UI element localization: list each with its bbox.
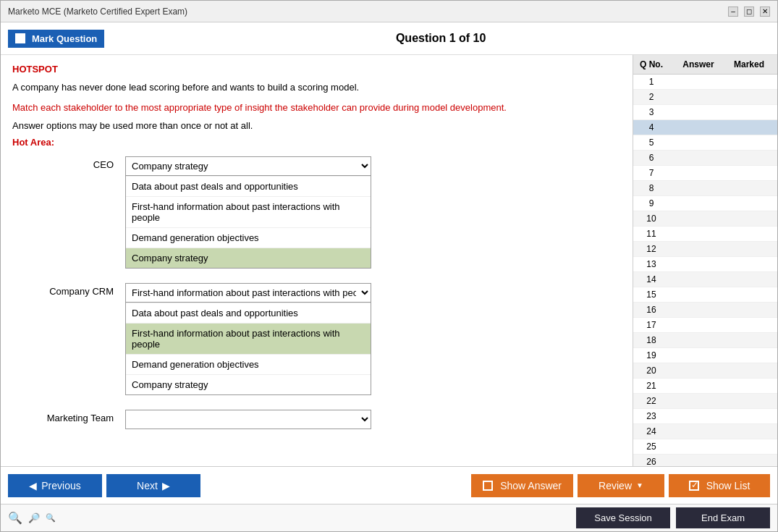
ceo-option-3[interactable]: Demand generation objectives [126, 227, 371, 248]
save-session-button[interactable]: Save Session [576, 507, 670, 528]
sidebar-cell-marked [727, 409, 771, 423]
sidebar-cell-qno: 26 [633, 455, 669, 466]
sidebar-cell-answer [669, 379, 727, 393]
sidebar-cell-qno: 22 [633, 394, 669, 408]
title-bar: Marketo MCE (Marketo Certified Expert Ex… [1, 1, 777, 22]
sidebar-row[interactable]: 23 [633, 409, 777, 424]
sidebar-row[interactable]: 5 [633, 135, 777, 151]
hotspot-row-crm: Company CRM Data about past deals and op… [34, 283, 621, 395]
sidebar-row[interactable]: 18 [633, 333, 777, 348]
zoom-in-icon[interactable]: 🔍 [46, 513, 56, 523]
sidebar-cell-answer [669, 272, 727, 287]
sidebar-cell-answer [669, 242, 727, 256]
sidebar-scroll[interactable]: 1 2 3 4 5 6 7 8 [633, 75, 777, 466]
crm-option-3[interactable]: Demand generation objectives [126, 354, 371, 374]
main-area: HOTSPOT A company has never done lead sc… [1, 55, 777, 466]
sidebar-row[interactable]: 12 [633, 242, 777, 257]
question-note: Answer options may be used more than onc… [12, 120, 621, 131]
sidebar-cell-answer [669, 409, 727, 423]
sidebar-cell-qno: 10 [633, 211, 669, 226]
ceo-select[interactable]: Data about past deals and opportunities … [125, 156, 371, 176]
sidebar-cell-marked [727, 379, 771, 393]
sidebar-row[interactable]: 10 [633, 211, 777, 227]
next-chevron-icon: ▶ [162, 480, 170, 491]
mark-question-button[interactable]: Mark Question [8, 30, 104, 48]
sidebar-cell-qno: 4 [633, 120, 669, 135]
window-controls: – ◻ ✕ [728, 7, 770, 17]
sidebar-row[interactable]: 1 [633, 75, 777, 90]
sidebar-cell-answer [669, 120, 727, 135]
sidebar-row[interactable]: 22 [633, 394, 777, 409]
sidebar-cell-answer [669, 105, 727, 119]
show-answer-button[interactable]: Show Answer [471, 474, 573, 497]
crm-options-list: Data about past deals and opportunities … [125, 303, 371, 395]
review-dropdown-icon: ▼ [636, 481, 643, 489]
sidebar-cell-answer [669, 394, 727, 408]
previous-chevron-icon: ◀ [29, 480, 37, 491]
ceo-option-2[interactable]: First-hand information about past intera… [126, 196, 371, 227]
sidebar-cell-marked [727, 424, 771, 439]
mark-checkbox-icon [15, 33, 25, 43]
sidebar-cell-answer [669, 318, 727, 332]
sidebar-cell-marked [727, 166, 771, 180]
sidebar-row[interactable]: 17 [633, 318, 777, 333]
hotspot-table: CEO Data about past deals and opportunit… [34, 156, 621, 429]
show-answer-checkbox-icon [483, 481, 493, 491]
sidebar-row[interactable]: 19 [633, 348, 777, 363]
previous-button[interactable]: ◀ Previous [8, 474, 102, 497]
sidebar-row[interactable]: 13 [633, 257, 777, 272]
sidebar-cell-qno: 14 [633, 272, 669, 287]
review-button[interactable]: Review ▼ [578, 474, 664, 497]
ceo-option-1[interactable]: Data about past deals and opportunities [126, 176, 371, 196]
crm-option-4[interactable]: Company strategy [126, 374, 371, 394]
status-bar: 🔍 🔎 🔍 Save Session End Exam [1, 504, 777, 531]
sidebar-row[interactable]: 21 [633, 379, 777, 394]
sidebar-row[interactable]: 9 [633, 196, 777, 211]
window-title: Marketo MCE (Marketo Certified Expert Ex… [8, 7, 187, 17]
close-button[interactable]: ✕ [760, 7, 770, 17]
next-button[interactable]: Next ▶ [106, 474, 200, 497]
sidebar-cell-answer [669, 439, 727, 454]
sidebar-row[interactable]: 14 [633, 272, 777, 287]
sidebar-cell-answer [669, 363, 727, 378]
zoom-out-icon[interactable]: 🔍 [8, 511, 22, 525]
sidebar-cell-qno: 12 [633, 242, 669, 256]
ceo-dropdown-container: Data about past deals and opportunities … [125, 156, 371, 269]
sidebar-cell-answer [669, 257, 727, 271]
sidebar-row[interactable]: 3 [633, 105, 777, 120]
sidebar-cell-answer [669, 75, 727, 89]
sidebar-row[interactable]: 26 [633, 455, 777, 466]
sidebar-cell-answer [669, 90, 727, 104]
sidebar-cell-qno: 7 [633, 166, 669, 180]
sidebar-cell-marked [727, 257, 771, 271]
sidebar-row[interactable]: 8 [633, 181, 777, 196]
sidebar-row[interactable]: 7 [633, 166, 777, 181]
sidebar-row[interactable]: 15 [633, 287, 777, 303]
sidebar-row[interactable]: 24 [633, 424, 777, 439]
hotspot-row-marketing: Marketing Team Data about past deals and… [34, 410, 621, 429]
sidebar-cell-marked [727, 151, 771, 165]
marketing-select[interactable]: Data about past deals and opportunities … [125, 410, 371, 429]
sidebar-row[interactable]: 2 [633, 90, 777, 105]
sidebar-row[interactable]: 4 [633, 120, 777, 135]
sidebar-cell-marked [727, 363, 771, 378]
end-exam-button[interactable]: End Exam [676, 507, 770, 528]
sidebar-row[interactable]: 6 [633, 151, 777, 166]
sidebar-row[interactable]: 20 [633, 363, 777, 379]
sidebar-row[interactable]: 11 [633, 227, 777, 242]
show-list-button[interactable]: Show List [669, 474, 770, 497]
crm-option-2[interactable]: First-hand information about past intera… [126, 323, 371, 354]
zoom-reset-icon[interactable]: 🔎 [28, 512, 40, 523]
question-title: Question 1 of 10 [111, 32, 770, 45]
sidebar-cell-marked [727, 242, 771, 256]
sidebar-cell-qno: 25 [633, 439, 669, 454]
crm-option-1[interactable]: Data about past deals and opportunities [126, 303, 371, 323]
restore-button[interactable]: ◻ [744, 7, 754, 17]
crm-select[interactable]: Data about past deals and opportunities … [125, 283, 371, 303]
sidebar-row[interactable]: 16 [633, 303, 777, 318]
minimize-button[interactable]: – [728, 7, 738, 17]
sidebar-cell-qno: 8 [633, 181, 669, 195]
sidebar-row[interactable]: 25 [633, 439, 777, 455]
ceo-option-4[interactable]: Company strategy [126, 248, 371, 268]
sidebar-cell-qno: 19 [633, 348, 669, 363]
